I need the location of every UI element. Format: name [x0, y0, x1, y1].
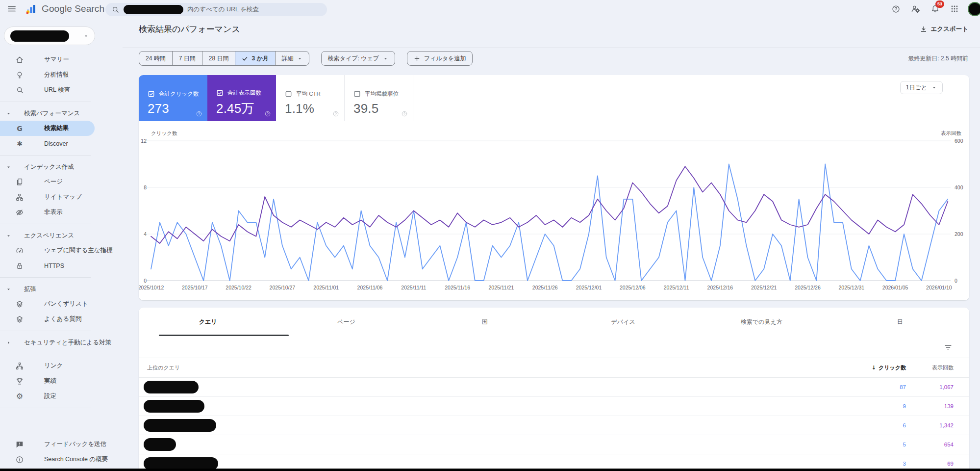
- x-axis-tick: 2025/12/31: [839, 285, 865, 290]
- checkbox-unchecked-icon: [353, 90, 361, 98]
- sidebar-section-security-manual-actions[interactable]: セキュリティと手動による対策: [0, 335, 123, 350]
- account-avatar[interactable]: [968, 2, 980, 16]
- sitemaps-icon: [15, 193, 25, 202]
- help-icon[interactable]: [401, 110, 408, 117]
- right-axis-tick: 200: [955, 231, 963, 237]
- tab-pages[interactable]: ページ: [277, 308, 415, 337]
- sidebar-section-indexing[interactable]: インデックス作成: [0, 159, 123, 174]
- sidebar-section-enhancements[interactable]: 拡張: [0, 282, 123, 296]
- sidebar-item-breadcrumbs[interactable]: パンくずリスト: [0, 296, 123, 312]
- column-header-impressions[interactable]: 表示回数: [906, 364, 954, 371]
- main-content: 検索結果のパフォーマンス エクスポート 24 時間7 日間28 日間3 か月 詳…: [123, 18, 980, 471]
- sidebar-item-send-feedback[interactable]: フィードバックを送信: [0, 437, 123, 452]
- sidebar-item-discover[interactable]: ✱ Discover: [0, 136, 123, 151]
- metric-card-total-impressions[interactable]: 合計表示回数 2.45万: [207, 75, 276, 121]
- main-menu-button[interactable]: [6, 3, 18, 15]
- table-row[interactable]: 9 139: [139, 397, 969, 416]
- row-clicks-value: 87: [861, 384, 906, 390]
- sidebar-item-settings[interactable]: ⚙ 設定: [0, 389, 123, 404]
- property-selector[interactable]: [4, 26, 95, 45]
- redacted-query: [144, 438, 176, 451]
- range-7d[interactable]: 7 日間: [172, 52, 202, 65]
- tab-search-appearance[interactable]: 検索での見え方: [692, 308, 830, 337]
- sidebar-section-search-performance[interactable]: 検索パフォーマンス: [0, 106, 123, 121]
- table-filter-row: [139, 337, 969, 358]
- x-axis-tick: 2025/11/26: [532, 285, 558, 290]
- tab-dates[interactable]: 日: [831, 308, 969, 337]
- range-3m[interactable]: 3 か月: [235, 52, 275, 65]
- tab-devices[interactable]: デバイス: [554, 308, 692, 337]
- redacted-property: [10, 30, 69, 42]
- help-icon[interactable]: [264, 110, 271, 117]
- left-axis-tick: 4: [144, 231, 147, 237]
- sidebar-item-about[interactable]: Search Console の概要: [0, 452, 123, 467]
- export-button[interactable]: エクスポート: [920, 25, 968, 33]
- help-icon[interactable]: [332, 110, 339, 117]
- sidebar-item-links[interactable]: リンク: [0, 358, 123, 373]
- hamburger-icon: [7, 4, 17, 14]
- metric-label: 合計表示回数: [227, 89, 261, 97]
- redacted-property-name: [124, 5, 183, 14]
- sidebar-item-pages[interactable]: ページ: [0, 174, 123, 189]
- sidebar-item-achievements[interactable]: 実績: [0, 373, 123, 389]
- performance-panel: 合計クリック数 273 合計表示回数 2.45万 平均 CTR 1.1% 平均掲…: [139, 75, 969, 300]
- metric-card-average-position[interactable]: 平均掲載順位 39.5: [345, 75, 413, 121]
- sidebar-item-core-web-vitals[interactable]: ウェブに関する主な指標: [0, 243, 123, 258]
- range-24h[interactable]: 24 時間: [139, 52, 172, 65]
- sidebar-item-summary[interactable]: サマリー: [0, 52, 123, 67]
- notifications-button[interactable]: 53: [929, 2, 941, 15]
- column-header-clicks[interactable]: ↓ クリック数: [861, 364, 906, 371]
- sidebar-item-label: Discover: [44, 140, 68, 147]
- chevron-down-icon: [383, 56, 388, 61]
- x-axis-tick: 2025/12/06: [620, 285, 646, 290]
- range-28d[interactable]: 28 日間: [202, 52, 235, 65]
- metric-card-total-clicks[interactable]: 合計クリック数 273: [139, 75, 207, 121]
- sidebar-section-experience[interactable]: エクスペリエンス: [0, 228, 123, 243]
- table-row[interactable]: 87 1,067: [139, 378, 969, 397]
- redacted-query: [144, 381, 199, 393]
- sidebar-item-search-results[interactable]: G 検索結果: [0, 121, 95, 136]
- google-apps-button[interactable]: [948, 2, 961, 15]
- search-type-chip[interactable]: 検索タイプ: ウェブ: [321, 51, 395, 66]
- sidebar-divider: [0, 224, 91, 224]
- row-impressions-value: 1,067: [906, 384, 954, 390]
- section-label: 拡張: [24, 285, 36, 293]
- row-impressions-value: 654: [906, 442, 954, 447]
- sidebar-item-insights[interactable]: 分析情報: [0, 67, 123, 82]
- sidebar-item-faq[interactable]: よくある質問: [0, 312, 123, 327]
- search-icon: [111, 5, 120, 14]
- sidebar-item-sitemaps[interactable]: サイトマップ: [0, 189, 123, 205]
- x-axis-tick: 2025/10/17: [182, 285, 208, 290]
- about-icon: [15, 455, 25, 464]
- table-header: 上位のクエリ ↓ クリック数 表示回数: [139, 358, 969, 378]
- last-updated-text: 最終更新日: 2.5 時間前: [908, 54, 968, 63]
- table-row[interactable]: 6 1,342: [139, 416, 969, 435]
- manage-users-button[interactable]: [909, 2, 922, 15]
- check-icon: [242, 55, 248, 62]
- sidebar-item-url-inspection[interactable]: URL 検査: [0, 82, 123, 98]
- sidebar-item-https[interactable]: HTTPS: [0, 258, 123, 273]
- page-title: 検索結果のパフォーマンス: [139, 24, 240, 35]
- help-icon: [891, 4, 901, 14]
- bottom-redaction-strip: [0, 469, 980, 471]
- x-axis-tick: 2025/12/01: [576, 285, 602, 290]
- table-filter-button[interactable]: [942, 341, 955, 354]
- metric-card-average-ctr[interactable]: 平均 CTR 1.1%: [276, 75, 345, 121]
- url-inspection-searchbar[interactable]: 内のすべての URL を検査: [105, 3, 327, 16]
- title-divider: [123, 47, 980, 48]
- tab-countries[interactable]: 国: [416, 308, 554, 337]
- table-body: 87 1,067 9 139 6 1,342 5 654 3 69: [139, 378, 969, 471]
- granularity-select[interactable]: 1日ごと: [900, 81, 943, 94]
- table-row[interactable]: 5 654: [139, 435, 969, 454]
- chevron-down-icon: [297, 56, 302, 61]
- plus-icon: [414, 55, 420, 62]
- apps-grid-icon: [950, 4, 959, 13]
- sidebar-item-removals[interactable]: 非表示: [0, 205, 123, 220]
- caret-down-icon: [6, 287, 11, 292]
- help-icon[interactable]: [196, 110, 202, 117]
- help-button[interactable]: [889, 2, 902, 15]
- tab-queries[interactable]: クエリ: [139, 308, 277, 337]
- breadcrumbs-icon: [15, 300, 25, 309]
- range-custom[interactable]: 詳細: [275, 52, 309, 65]
- add-filter-chip[interactable]: フィルタを追加: [407, 51, 473, 66]
